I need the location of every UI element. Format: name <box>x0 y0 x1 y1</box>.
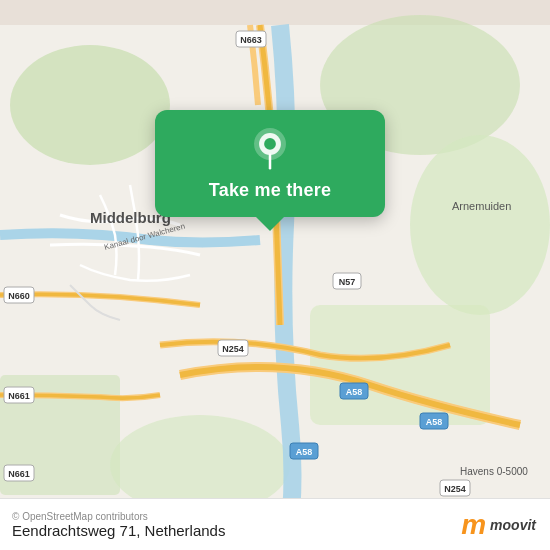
moovit-m-letter: m <box>461 511 486 539</box>
svg-text:A58: A58 <box>346 387 363 397</box>
svg-text:N254: N254 <box>222 344 244 354</box>
location-pin-icon <box>249 128 291 170</box>
svg-point-3 <box>410 135 550 315</box>
map-background: N663 N57 N57 A58 A58 A58 N254 N254 N660 … <box>0 0 550 550</box>
copyright-text: © OpenStreetMap contributors <box>12 511 225 522</box>
moovit-wordmark: moovit <box>490 517 536 533</box>
svg-point-35 <box>264 138 276 150</box>
bottom-info: © OpenStreetMap contributors Eendrachtsw… <box>12 511 225 539</box>
moovit-logo: m moovit <box>461 511 536 539</box>
svg-text:N660: N660 <box>8 291 30 301</box>
svg-text:N661: N661 <box>8 469 30 479</box>
take-me-there-popup[interactable]: Take me there <box>155 110 385 217</box>
map-container: N663 N57 N57 A58 A58 A58 N254 N254 N660 … <box>0 0 550 550</box>
take-me-there-button[interactable]: Take me there <box>209 180 331 201</box>
svg-text:Arnemuiden: Arnemuiden <box>452 200 511 212</box>
svg-text:A58: A58 <box>426 417 443 427</box>
svg-text:N57: N57 <box>339 277 356 287</box>
svg-text:A58: A58 <box>296 447 313 457</box>
svg-point-1 <box>10 45 170 165</box>
svg-text:N661: N661 <box>8 391 30 401</box>
svg-text:Havens 0-5000: Havens 0-5000 <box>460 466 528 477</box>
svg-text:N663: N663 <box>240 35 262 45</box>
svg-text:N254: N254 <box>444 484 466 494</box>
address-text: Eendrachtsweg 71, Netherlands <box>12 522 225 539</box>
bottom-bar: © OpenStreetMap contributors Eendrachtsw… <box>0 498 550 550</box>
